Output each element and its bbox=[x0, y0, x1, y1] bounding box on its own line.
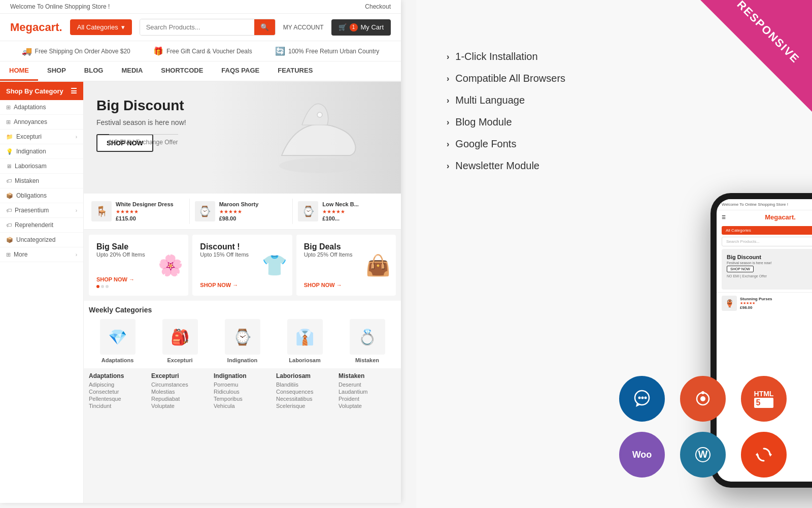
phone-search-bar: Search Products... 🔍 bbox=[722, 237, 812, 246]
grid-icon: ⊞ bbox=[6, 104, 11, 111]
sidebar-item-left: ⊞ More bbox=[6, 251, 27, 258]
cat-item[interactable]: Deserunt bbox=[339, 382, 396, 388]
weekly-item-indignation[interactable]: ⌚ Indignation bbox=[214, 319, 271, 363]
folder-icon: 📁 bbox=[6, 134, 13, 140]
sale-title-3: Big Deals bbox=[304, 242, 388, 251]
right-panel: RESPONSIVE › 1-Click Installation › Comp… bbox=[416, 0, 812, 508]
product-name-dress: White Designer Dress bbox=[116, 201, 174, 207]
cat-item[interactable]: Laudantium bbox=[339, 389, 396, 395]
sidebar-item-reprehenderit[interactable]: 🏷 Reprehenderit bbox=[0, 218, 83, 233]
phone-product-img: 🏺 bbox=[722, 296, 737, 311]
sidebar-item-annoyances[interactable]: ⊞ Annoyances bbox=[0, 115, 83, 130]
cat-col-title-5: Mistaken bbox=[339, 372, 396, 379]
cat-item[interactable]: Voluptate bbox=[151, 403, 209, 409]
weekly-title: Weekly Categories bbox=[89, 306, 396, 314]
cat-item[interactable]: Vehicula bbox=[214, 403, 271, 409]
svg-point-1 bbox=[317, 112, 322, 117]
nav-shortcode[interactable]: SHORTCODE bbox=[152, 61, 212, 81]
cat-item[interactable]: Ridiculous bbox=[214, 389, 271, 395]
account-link[interactable]: MY ACCOUNT bbox=[283, 24, 324, 31]
chat-icon-svg bbox=[631, 388, 654, 410]
cat-item[interactable]: Tincidunt bbox=[89, 403, 146, 409]
cat-item[interactable]: Consequences bbox=[276, 389, 333, 395]
tech-icons: HTML 5 Woo W bbox=[619, 376, 792, 478]
box-icon: 📦 bbox=[6, 193, 13, 199]
product-card-shorty[interactable]: ⌚ Maroon Shorty ★★★★★ £98.00 bbox=[192, 199, 293, 224]
sidebar-item-obligations[interactable]: 📦 Obligations bbox=[0, 188, 83, 203]
nav-faqs[interactable]: FAQS PAGE bbox=[212, 61, 268, 81]
nav-blog[interactable]: BLOG bbox=[75, 61, 113, 81]
sidebar-item-mistaken[interactable]: 🏷 Mistaken bbox=[0, 174, 83, 188]
product-price-neck: £100... bbox=[322, 215, 359, 221]
weekly-img-laboriosam: 👔 bbox=[287, 319, 323, 355]
topbar-checkout[interactable]: Checkout bbox=[365, 3, 391, 10]
phone-product[interactable]: 🏺 Stunning Purses ★★★★★ £98.00 bbox=[717, 292, 812, 314]
cat-item[interactable]: Temporibus bbox=[214, 396, 271, 402]
sidebar-item-adaptations[interactable]: ⊞ Adaptations bbox=[0, 100, 83, 115]
tech-icon-woo[interactable]: Woo bbox=[619, 432, 665, 478]
phone-topbar: Welcome To Online Shopping Store ! ⋮ bbox=[717, 199, 812, 210]
cart-count: 1 bbox=[350, 23, 358, 31]
search-button[interactable]: 🔍 bbox=[254, 19, 275, 35]
cat-item[interactable]: Blanditiis bbox=[276, 382, 333, 388]
phone-hero: Big Discount Festival season is here now… bbox=[722, 249, 812, 290]
tech-icon-chat[interactable] bbox=[619, 376, 665, 422]
tag-icon: 🏷 bbox=[6, 178, 12, 184]
update-icon-svg bbox=[753, 443, 775, 466]
product-card-dress[interactable]: 🪑 White Designer Dress ★★★★★ £115.00 bbox=[89, 199, 190, 224]
sale-link-1[interactable]: SHOP NOW → bbox=[96, 276, 181, 282]
search-input[interactable] bbox=[140, 19, 254, 35]
cart-button[interactable]: 🛒 1 My Cart bbox=[331, 19, 391, 36]
sale-banner-big-sale: Big Sale Upto 20% Off Items SHOP NOW → 🌸 bbox=[89, 235, 188, 296]
sidebar-item-laboriosam[interactable]: 🖥 Laboriosam bbox=[0, 159, 83, 174]
cat-item[interactable]: Circumstances bbox=[151, 382, 209, 388]
tech-icon-wordpress[interactable]: W bbox=[680, 432, 726, 478]
cat-item[interactable]: Necessitatibus bbox=[276, 396, 333, 402]
cat-item[interactable]: Pellentesque bbox=[89, 396, 146, 402]
weekly-label-excepturi: Excepturi bbox=[167, 357, 192, 363]
weekly-item-adaptations[interactable]: 💎 Adaptations bbox=[89, 319, 146, 363]
nav-home[interactable]: HOME bbox=[0, 61, 38, 81]
category-dropdown-button[interactable]: All Categories ▾ bbox=[70, 19, 132, 35]
weekly-item-mistaken[interactable]: 💍 Mistaken bbox=[339, 319, 396, 363]
sidebar-item-excepturi[interactable]: 📁 Excepturi › bbox=[0, 130, 83, 144]
cart-icon: 🛒 bbox=[339, 23, 347, 31]
cat-item[interactable]: Proident bbox=[339, 396, 396, 402]
wordpress-icon-svg: W bbox=[692, 443, 715, 466]
cat-item[interactable]: Repudiabat bbox=[151, 396, 209, 402]
cat-item[interactable]: Porroemu bbox=[214, 382, 271, 388]
weekly-item-laboriosam[interactable]: 👔 Laboriosam bbox=[276, 319, 333, 363]
product-price-shorty: £98.00 bbox=[219, 215, 259, 221]
phone-hero-title: Big Discount bbox=[727, 254, 812, 260]
cat-item[interactable]: Adipiscing bbox=[89, 382, 146, 388]
tech-icon-update[interactable] bbox=[741, 432, 787, 478]
product-card-neck[interactable]: ⌚ Low Neck B... ★★★★★ £100... bbox=[295, 199, 396, 224]
phone-product-details: Stunning Purses ★★★★★ £98.00 bbox=[740, 297, 772, 310]
product-stars-dress: ★★★★★ bbox=[116, 209, 174, 214]
chevron-down-icon: ▾ bbox=[121, 23, 125, 31]
chevron-right-icon: › bbox=[447, 52, 449, 61]
weekly-item-excepturi[interactable]: 🎒 Excepturi bbox=[151, 319, 209, 363]
weekly-grid: 💎 Adaptations 🎒 Excepturi ⌚ Indignation … bbox=[89, 319, 396, 363]
sidebar-item-indignation[interactable]: 💡 Indignation bbox=[0, 144, 83, 159]
cat-item[interactable]: Voluptate bbox=[339, 403, 396, 409]
phone-shop-now-button[interactable]: SHOP NOW bbox=[727, 266, 754, 272]
sidebar-item-praesentium[interactable]: 🏷 Praesentium › bbox=[0, 203, 83, 218]
cat-item[interactable]: Scelerisque bbox=[276, 403, 333, 409]
nav-shop[interactable]: SHOP bbox=[38, 61, 75, 81]
nav-features[interactable]: FEATURES bbox=[268, 61, 322, 81]
cat-item[interactable]: Molestias bbox=[151, 389, 209, 395]
dot bbox=[101, 285, 104, 288]
sidebar-item-more[interactable]: ⊞ More › bbox=[0, 247, 83, 262]
phone-category-button[interactable]: All Categories bbox=[722, 226, 812, 235]
sidebar-item-uncategorized[interactable]: 📦 Uncategorized bbox=[0, 233, 83, 247]
cat-col-title-4: Laboriosam bbox=[276, 372, 333, 379]
tech-icon-html5[interactable]: HTML 5 bbox=[741, 376, 787, 422]
sale-link-2[interactable]: SHOP NOW → bbox=[200, 282, 284, 288]
tech-icon-prestashop[interactable] bbox=[680, 376, 726, 422]
nav-media[interactable]: MEDIA bbox=[112, 61, 152, 81]
sale-link-3[interactable]: SHOP NOW → bbox=[304, 282, 388, 288]
product-img-dress: 🪑 bbox=[91, 201, 112, 221]
cat-item[interactable]: Consectetur bbox=[89, 389, 146, 395]
product-name-neck: Low Neck B... bbox=[322, 201, 359, 207]
